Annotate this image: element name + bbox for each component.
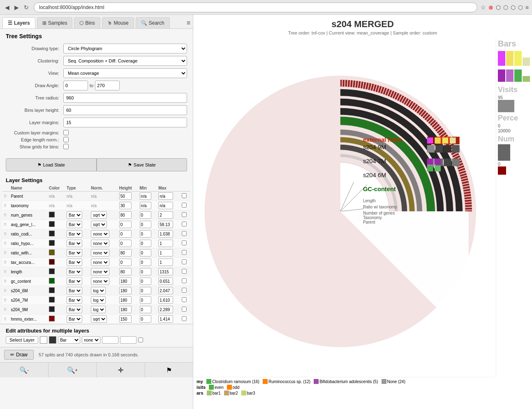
layer-min-cell[interactable] — [139, 220, 157, 229]
layer-min-cell[interactable] — [139, 229, 157, 239]
layer-height-cell[interactable] — [118, 210, 139, 220]
url-bar[interactable]: localhost:8000/app/index.html — [34, 2, 477, 12]
layer-checkbox-cell[interactable] — [180, 296, 190, 305]
layer-height-cell[interactable] — [118, 305, 139, 314]
layer-color-cell[interactable] — [48, 220, 65, 229]
refresh-button[interactable]: ↻ — [22, 3, 30, 12]
zoom-in-button[interactable]: 🔍+ — [49, 363, 97, 377]
layer-checkbox-cell[interactable] — [180, 248, 190, 258]
clustering-select[interactable]: Seq. Composition + Diff. Coverage Differ… — [63, 56, 187, 66]
layer-height-cell[interactable] — [118, 258, 139, 267]
layer-checkbox-cell[interactable] — [180, 239, 190, 248]
layer-max-cell[interactable] — [157, 210, 180, 220]
tab-layers[interactable]: ☰ Layers — [2, 17, 35, 28]
layer-color-cell[interactable] — [48, 248, 65, 258]
select-layer-button[interactable]: Select Layer — [6, 336, 38, 344]
layer-norm-cell[interactable]: log — [90, 286, 118, 296]
tab-bins[interactable]: ⬡ Bins — [74, 17, 100, 28]
layer-color-cell[interactable] — [48, 267, 65, 277]
layer-type-cell[interactable]: Bar — [65, 267, 90, 277]
edit-min-input[interactable] — [102, 336, 118, 344]
edge-length-norm-checkbox[interactable] — [63, 137, 69, 142]
layer-type-cell[interactable]: Bar — [65, 239, 90, 248]
layer-checkbox-cell[interactable] — [180, 305, 190, 314]
layer-norm-cell[interactable]: sqrt — [90, 220, 118, 229]
bins-layer-height-input[interactable] — [63, 105, 187, 115]
layer-color-cell[interactable] — [48, 296, 65, 305]
draw-angle-from-input[interactable] — [63, 81, 88, 90]
layer-type-cell[interactable]: Bar — [65, 210, 90, 220]
layer-height-cell[interactable] — [118, 229, 139, 239]
layer-height-cell[interactable] — [118, 239, 139, 248]
back-button[interactable]: ◀ — [3, 3, 11, 12]
layer-min-cell[interactable] — [139, 258, 157, 267]
layer-max-cell[interactable] — [157, 258, 180, 267]
layer-max-cell[interactable] — [157, 192, 180, 201]
layer-checkbox-cell[interactable] — [180, 210, 190, 220]
load-state-button[interactable]: ⚑ Load State — [6, 158, 97, 171]
view-select[interactable]: Mean coverage Max coverage Detection — [63, 68, 187, 78]
layer-color-cell[interactable] — [48, 229, 65, 239]
layer-min-cell[interactable] — [139, 277, 157, 286]
layer-max-cell[interactable] — [157, 277, 180, 286]
layer-max-cell[interactable] — [157, 220, 180, 229]
layer-max-cell[interactable] — [157, 286, 180, 296]
layer-height-cell[interactable] — [118, 201, 139, 210]
show-grids-checkbox[interactable] — [63, 144, 69, 149]
layer-checkbox-cell[interactable] — [180, 314, 190, 324]
edit-color-box[interactable] — [40, 336, 47, 344]
layer-type-cell[interactable]: Bar — [65, 277, 90, 286]
layer-type-cell[interactable]: Bar — [65, 286, 90, 296]
zoom-out-button[interactable]: 🔍- — [0, 363, 49, 377]
edit-color-box2[interactable] — [49, 336, 56, 344]
layer-norm-cell[interactable]: log — [90, 296, 118, 305]
layer-norm-cell[interactable]: sqrt — [90, 314, 118, 324]
layer-color-cell[interactable] — [48, 239, 65, 248]
tab-search[interactable]: 🔍 Search — [136, 17, 170, 28]
edit-type-select[interactable]: BarLineScatter — [58, 336, 80, 344]
layer-checkbox-cell[interactable] — [180, 229, 190, 239]
browser-nav-buttons[interactable]: ◀ ▶ ↻ — [3, 3, 30, 12]
drawing-type-select[interactable]: Circle Phylogram Phylogram Dendrogram — [63, 44, 187, 53]
layer-height-cell[interactable] — [118, 267, 139, 277]
layer-checkbox-cell[interactable] — [180, 277, 190, 286]
menu-icon[interactable]: ≡ — [525, 4, 529, 11]
layer-norm-cell[interactable]: none — [90, 267, 118, 277]
layer-height-cell[interactable] — [118, 296, 139, 305]
edit-norm-select[interactable]: nonesqrtlog — [82, 336, 100, 344]
layer-margins-input[interactable] — [63, 118, 187, 127]
layer-checkbox-cell[interactable] — [180, 220, 190, 229]
layer-checkbox-cell[interactable] — [180, 258, 190, 267]
reset-button[interactable]: ⚑ — [145, 363, 193, 377]
layer-checkbox-cell[interactable] — [180, 192, 190, 201]
layer-norm-cell[interactable]: log — [90, 305, 118, 314]
layer-height-cell[interactable] — [118, 314, 139, 324]
layer-max-cell[interactable] — [157, 314, 180, 324]
custom-layer-margins-checkbox[interactable] — [63, 130, 69, 135]
layer-norm-cell[interactable]: none — [90, 239, 118, 248]
edit-max-input[interactable] — [120, 336, 136, 344]
layer-min-cell[interactable] — [139, 286, 157, 296]
layer-max-cell[interactable] — [157, 229, 180, 239]
save-state-button[interactable]: ⚑ Save State — [97, 158, 187, 171]
layer-color-cell[interactable] — [48, 210, 65, 220]
layer-height-cell[interactable] — [118, 277, 139, 286]
layer-max-cell[interactable] — [157, 201, 180, 210]
tab-mouse[interactable]: 🖱 Mouse — [102, 17, 134, 28]
layer-height-cell[interactable] — [118, 286, 139, 296]
layer-checkbox-cell[interactable] — [180, 201, 190, 210]
pan-button[interactable]: ✛ — [97, 363, 145, 377]
layer-type-cell[interactable]: Bar — [65, 229, 90, 239]
layer-min-cell[interactable] — [139, 314, 157, 324]
layer-checkbox-cell[interactable] — [180, 286, 190, 296]
layer-color-cell[interactable] — [48, 286, 65, 296]
layer-min-cell[interactable] — [139, 296, 157, 305]
layer-type-cell[interactable]: Bar — [65, 296, 90, 305]
layer-height-cell[interactable] — [118, 192, 139, 201]
layer-min-cell[interactable] — [139, 305, 157, 314]
layer-min-cell[interactable] — [139, 267, 157, 277]
draw-angle-to-input[interactable] — [95, 81, 120, 90]
layer-type-cell[interactable]: Bar — [65, 248, 90, 258]
layer-checkbox-cell[interactable] — [180, 267, 190, 277]
layer-color-cell[interactable] — [48, 277, 65, 286]
